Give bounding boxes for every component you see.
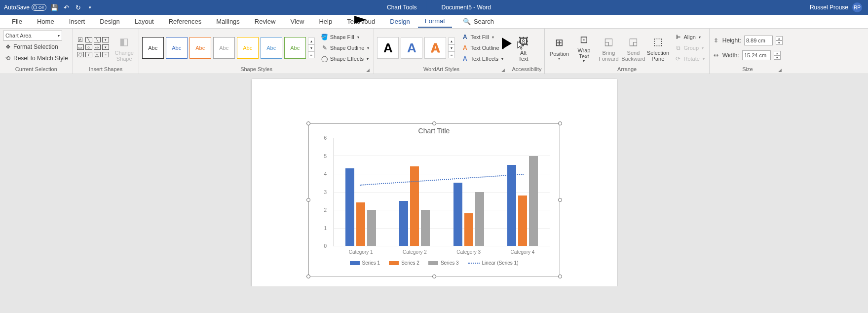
chart-bar[interactable] — [529, 156, 538, 246]
width-input[interactable]: 15.24 cm — [742, 50, 771, 60]
height-icon: ⇳ — [713, 37, 719, 44]
redo-icon[interactable]: ↻ — [74, 3, 82, 11]
resize-handle-icon[interactable] — [432, 274, 436, 278]
annotation-arrow-text-outline-icon — [485, 34, 514, 53]
legend-item[interactable]: Series 2 — [389, 260, 419, 266]
shape-fill-button[interactable]: 🪣Shape Fill▾ — [320, 32, 371, 42]
chart-bar[interactable] — [421, 210, 430, 246]
legend-item[interactable]: Series 1 — [350, 260, 380, 266]
chart-bar[interactable] — [345, 168, 354, 246]
gallery-more-icon[interactable]: ≡ — [448, 51, 455, 58]
tab-format[interactable]: Format — [418, 15, 452, 28]
dialog-launcher-icon[interactable]: ◢ — [501, 68, 505, 73]
wrap-text-button[interactable]: ⊡Wrap Text▾ — [572, 32, 595, 64]
height-spinner[interactable]: ▴▾ — [776, 36, 783, 45]
tab-view[interactable]: View — [283, 16, 311, 27]
tab-file[interactable]: File — [5, 16, 29, 27]
tab-chart-design[interactable]: Design — [383, 16, 416, 27]
wrap-text-icon: ⊡ — [576, 32, 591, 46]
resize-handle-icon[interactable] — [558, 121, 562, 125]
scroll-down-icon[interactable]: ▾ — [308, 44, 315, 51]
undo-icon[interactable]: ↶ — [62, 3, 70, 11]
scroll-up-icon[interactable]: ▴ — [308, 38, 315, 44]
tab-layout[interactable]: Layout — [128, 16, 161, 27]
resize-handle-icon[interactable] — [306, 198, 310, 202]
y-tick-label: 5 — [324, 153, 327, 158]
align-icon: ⊫ — [675, 34, 681, 40]
style-thumb[interactable]: Abc — [261, 37, 282, 59]
style-thumb[interactable]: Abc — [213, 37, 235, 59]
wordart-thumb[interactable]: A — [377, 37, 399, 59]
save-icon[interactable]: 💾 — [50, 3, 58, 11]
text-fill-icon: A — [461, 34, 468, 40]
gallery-scroll[interactable]: ▴ ▾ ≡ — [308, 38, 315, 58]
resize-handle-icon[interactable] — [558, 198, 562, 202]
chart-bar[interactable] — [453, 183, 462, 246]
text-effects-button[interactable]: AText Effects▾ — [460, 54, 505, 64]
chart-bar[interactable] — [464, 213, 473, 246]
shape-style-gallery[interactable]: Abc Abc Abc Abc Abc Abc Abc ▴ ▾ ≡ — [142, 37, 315, 59]
chart-bar[interactable] — [518, 196, 527, 246]
fill-icon: 🪣 — [321, 34, 328, 40]
chart-bar[interactable] — [367, 210, 376, 246]
chart-bar[interactable] — [356, 202, 365, 246]
tab-home[interactable]: Home — [30, 16, 61, 27]
group-label-size: Size◢ — [713, 66, 783, 73]
wordart-gallery-scroll[interactable]: ▴ ▾ ≡ — [448, 38, 455, 58]
tab-references[interactable]: References — [162, 16, 208, 27]
text-effects-icon: A — [461, 55, 468, 62]
reset-match-style-button[interactable]: ⟲ Reset to Match Style — [3, 53, 70, 63]
align-button[interactable]: ⊫Align▾ — [673, 32, 706, 42]
tab-insert[interactable]: Insert — [62, 16, 92, 27]
avatar[interactable]: RP — [852, 2, 862, 12]
height-input[interactable]: 8.89 cm — [744, 36, 773, 45]
format-selection-button[interactable]: ❖ Format Selection — [3, 42, 60, 52]
style-thumb[interactable]: Abc — [166, 37, 188, 59]
selection-pane-button[interactable]: ⬚Selection Pane — [646, 32, 669, 64]
dialog-launcher-icon[interactable]: ◢ — [366, 68, 370, 73]
tab-mailings[interactable]: Mailings — [209, 16, 247, 27]
resize-handle-icon[interactable] — [558, 274, 562, 278]
legend-item[interactable]: Series 3 — [428, 260, 459, 266]
chart-legend[interactable]: Series 1Series 2Series 3Linear (Series 1… — [309, 260, 560, 266]
group-label-current-selection: Current Selection — [3, 66, 70, 73]
outline-icon: ✎ — [321, 44, 328, 51]
style-thumb[interactable]: Abc — [284, 37, 306, 59]
wordart-gallery[interactable]: A A A ▴ ▾ ≡ — [377, 37, 455, 59]
tab-design[interactable]: Design — [93, 16, 126, 27]
chart-bar[interactable] — [399, 201, 408, 246]
wordart-thumb[interactable]: A — [401, 37, 422, 59]
scroll-up-icon[interactable]: ▴ — [448, 38, 455, 44]
width-spinner[interactable]: ▴▾ — [774, 51, 781, 60]
legend-item[interactable]: Linear (Series 1) — [468, 260, 519, 266]
resize-handle-icon[interactable] — [432, 121, 436, 125]
resize-handle-icon[interactable] — [306, 121, 310, 125]
chart-object[interactable]: Chart Title 0123456Category 1Category 2C… — [308, 123, 560, 276]
workspace: Chart Title 0123456Category 1Category 2C… — [0, 74, 868, 286]
style-thumb[interactable]: Abc — [189, 37, 211, 59]
tell-me-search[interactable]: 🔍 Search — [463, 18, 494, 25]
style-thumb[interactable]: Abc — [142, 37, 164, 59]
user-name[interactable]: Russel Prouse — [810, 4, 848, 11]
shape-outline-button[interactable]: ✎Shape Outline▾ — [320, 43, 371, 53]
chart-bar[interactable] — [410, 166, 419, 246]
position-button[interactable]: ⊞Position▾ — [548, 32, 570, 64]
chart-bar[interactable] — [507, 165, 516, 246]
group-shape-styles: Abc Abc Abc Abc Abc Abc Abc ▴ ▾ ≡ 🪣Shape… — [139, 29, 375, 74]
shape-gallery[interactable]: 🄰╲╲▾ ▭○⇨▾ ⬡/△≡ — [76, 36, 111, 60]
chart-title[interactable]: Chart Title — [309, 124, 560, 138]
scroll-down-icon[interactable]: ▾ — [448, 44, 455, 51]
bring-forward-button: ◱Bring Forward — [597, 32, 620, 64]
autosave-toggle[interactable]: AutoSave Off — [4, 4, 46, 11]
dialog-launcher-icon[interactable]: ◢ — [778, 68, 782, 73]
tab-review[interactable]: Review — [248, 16, 283, 27]
chart-element-selector[interactable]: Chart Area ▾ — [3, 31, 62, 40]
resize-handle-icon[interactable] — [306, 274, 310, 278]
style-thumb[interactable]: Abc — [237, 37, 259, 59]
gallery-more-icon[interactable]: ≡ — [308, 51, 315, 58]
qat-customize-icon[interactable]: ▾ — [86, 3, 94, 11]
chart-plot-area[interactable]: 0123456Category 1Category 2Category 3Cat… — [334, 138, 550, 246]
wordart-thumb[interactable]: A — [424, 37, 446, 59]
shape-effects-button[interactable]: ◯Shape Effects▾ — [320, 54, 371, 64]
chart-bar[interactable] — [475, 192, 484, 246]
